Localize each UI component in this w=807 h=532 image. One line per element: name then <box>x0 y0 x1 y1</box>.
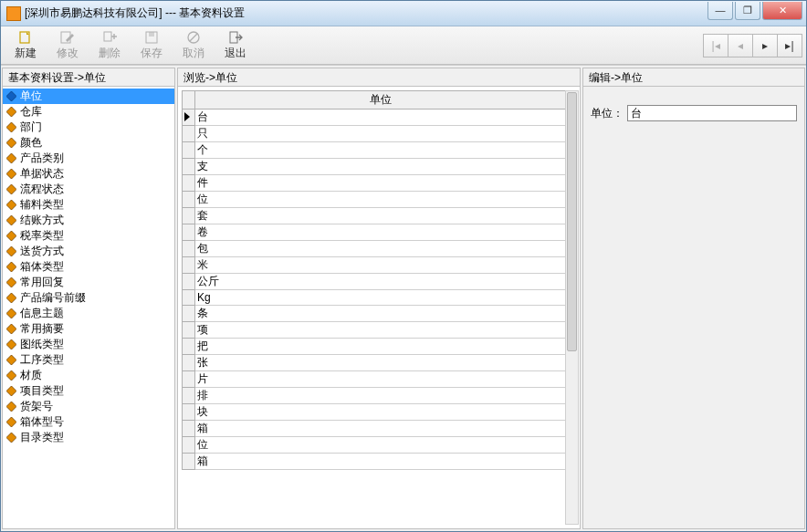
nav-next-icon: ▸ <box>762 39 768 52</box>
tree-item[interactable]: 货架号 <box>3 399 174 414</box>
table-row[interactable]: 箱 <box>183 421 567 437</box>
content-area: 基本资料设置->单位 单位仓库部门颜色产品类别单据状态流程状态辅料类型结账方式税… <box>1 65 806 531</box>
grid-cell[interactable]: 只 <box>195 126 567 142</box>
table-row[interactable]: 片 <box>183 371 567 388</box>
grid-cell[interactable]: 卷 <box>195 224 567 241</box>
tree-item[interactable]: 项目类型 <box>3 383 174 399</box>
tree-item[interactable]: 送货方式 <box>3 244 174 259</box>
table-row[interactable]: 位 <box>183 192 567 208</box>
modify-button[interactable]: 修改 <box>47 28 89 62</box>
grid-cell[interactable]: 包 <box>195 241 567 257</box>
table-row[interactable]: 只 <box>183 126 567 142</box>
tree-item[interactable]: 部门 <box>3 120 174 135</box>
nav-next-button[interactable]: ▸ <box>752 34 778 57</box>
tree-item[interactable]: 流程状态 <box>3 182 174 197</box>
grid-cell[interactable]: 排 <box>195 388 567 404</box>
close-icon: ✕ <box>779 5 787 16</box>
unit-grid[interactable]: 单位 台只个支件位套卷包米公斤Kg条项把张片排块箱位箱 <box>182 90 567 470</box>
table-row[interactable]: 条 <box>183 306 567 322</box>
nav-prev-button[interactable]: ◂ <box>728 34 753 57</box>
tree-item[interactable]: 单据状态 <box>3 166 174 182</box>
table-row[interactable]: 个 <box>183 142 567 159</box>
grid-cell[interactable]: 个 <box>195 142 567 159</box>
maximize-icon: ❐ <box>743 5 752 16</box>
category-tree: 单位仓库部门颜色产品类别单据状态流程状态辅料类型结账方式税率类型送货方式箱体类型… <box>3 87 174 447</box>
nav-first-button[interactable]: |◂ <box>703 34 728 57</box>
exit-button[interactable]: 退出 <box>215 28 257 62</box>
tree-item[interactable]: 箱体型号 <box>3 414 174 430</box>
grid-cell[interactable]: 支 <box>195 159 567 175</box>
grid-scrollbar[interactable] <box>565 90 579 525</box>
table-row[interactable]: 项 <box>183 322 567 339</box>
table-row[interactable]: Kg <box>183 290 567 306</box>
save-button[interactable]: 保存 <box>131 28 173 62</box>
cancel-button[interactable]: 取消 <box>173 28 215 62</box>
tree-item[interactable]: 箱体类型 <box>3 259 174 275</box>
tree-item[interactable]: 辅料类型 <box>3 197 174 213</box>
tree-item[interactable]: 颜色 <box>3 135 174 151</box>
grid-cell[interactable]: 条 <box>195 306 567 322</box>
row-header <box>183 454 195 470</box>
grid-cell[interactable]: 箱 <box>195 421 567 437</box>
table-row[interactable]: 把 <box>183 339 567 355</box>
grid-cell[interactable]: 张 <box>195 355 567 371</box>
svg-marker-25 <box>6 355 16 365</box>
grid-cell[interactable]: Kg <box>195 290 567 306</box>
nav-last-button[interactable]: ▸| <box>777 34 802 57</box>
grid-cell[interactable]: 块 <box>195 404 567 421</box>
tree-item[interactable]: 产品编号前缀 <box>3 290 174 306</box>
grid-cell[interactable]: 套 <box>195 208 567 224</box>
table-row[interactable]: 台 <box>183 110 567 126</box>
grid-cell[interactable]: 米 <box>195 257 567 274</box>
tree-item[interactable]: 图纸类型 <box>3 337 174 352</box>
middle-panel-header: 浏览->单位 <box>178 68 580 87</box>
grid-cell[interactable]: 位 <box>195 192 567 208</box>
tree-item[interactable]: 工序类型 <box>3 352 174 368</box>
table-row[interactable]: 套 <box>183 208 567 224</box>
grid-cell[interactable]: 把 <box>195 339 567 355</box>
tree-item[interactable]: 结账方式 <box>3 213 174 228</box>
table-row[interactable]: 支 <box>183 159 567 175</box>
new-icon <box>17 30 34 45</box>
table-row[interactable]: 张 <box>183 355 567 371</box>
new-button[interactable]: 新建 <box>5 28 47 62</box>
grid-cell[interactable]: 片 <box>195 371 567 388</box>
grid-cell[interactable]: 位 <box>195 437 567 454</box>
table-row[interactable]: 卷 <box>183 224 567 241</box>
row-header <box>183 339 195 355</box>
svg-rect-4 <box>149 32 154 37</box>
table-row[interactable]: 件 <box>183 175 567 192</box>
table-row[interactable]: 箱 <box>183 454 567 470</box>
grid-cell[interactable]: 项 <box>195 322 567 339</box>
table-row[interactable]: 块 <box>183 404 567 421</box>
grid-scrollbar-thumb[interactable] <box>567 92 577 351</box>
maximize-button[interactable]: ❐ <box>735 2 760 20</box>
table-row[interactable]: 公斤 <box>183 274 567 290</box>
tree-item[interactable]: 信息主题 <box>3 306 174 321</box>
table-row[interactable]: 位 <box>183 437 567 454</box>
tree-item[interactable]: 单位 <box>3 89 174 104</box>
svg-marker-21 <box>6 293 16 303</box>
tree-item[interactable]: 产品类别 <box>3 151 174 166</box>
tree-item[interactable]: 仓库 <box>3 104 174 120</box>
tree-item[interactable]: 常用摘要 <box>3 321 174 337</box>
row-header <box>183 322 195 339</box>
unit-input[interactable] <box>627 105 797 121</box>
table-row[interactable]: 包 <box>183 241 567 257</box>
grid-cell[interactable]: 件 <box>195 175 567 192</box>
minimize-button[interactable]: — <box>707 2 733 20</box>
tree-item[interactable]: 材质 <box>3 368 174 383</box>
tree-item[interactable]: 目录类型 <box>3 430 174 445</box>
grid-cell[interactable]: 箱 <box>195 454 567 470</box>
tree-item[interactable]: 常用回复 <box>3 275 174 290</box>
nav-prev-icon: ◂ <box>738 39 743 52</box>
grid-column-header[interactable]: 单位 <box>195 91 567 110</box>
grid-cell[interactable]: 公斤 <box>195 274 567 290</box>
table-row[interactable]: 排 <box>183 388 567 404</box>
grid-cell[interactable]: 台 <box>195 110 567 126</box>
close-button[interactable]: ✕ <box>762 2 802 20</box>
table-row[interactable]: 米 <box>183 257 567 274</box>
delete-button[interactable]: 删除 <box>89 28 131 62</box>
svg-marker-23 <box>6 324 16 334</box>
tree-item[interactable]: 税率类型 <box>3 228 174 244</box>
